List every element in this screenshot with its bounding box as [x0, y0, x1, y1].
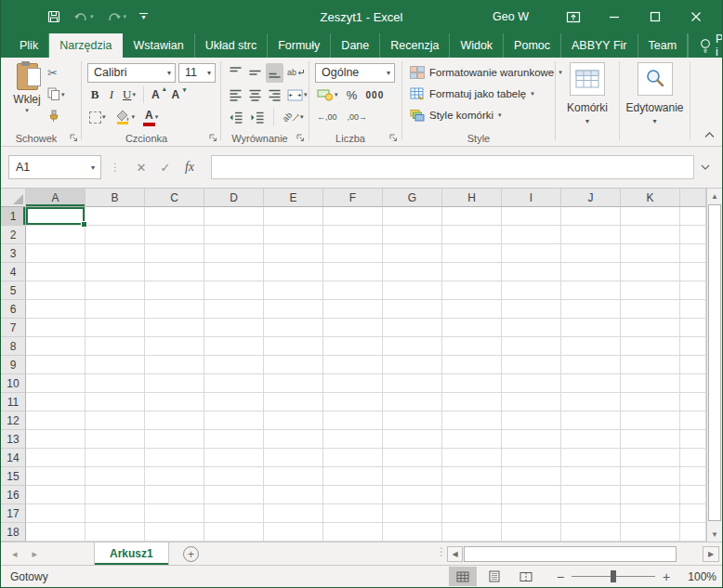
column-header-partial[interactable]	[680, 189, 706, 207]
scroll-up-arrow-icon[interactable]: ▲	[707, 189, 722, 203]
orientation-button[interactable]: ab ▾	[281, 108, 306, 127]
paste-button[interactable]: Wklej ▾	[8, 61, 46, 132]
cell-partial-16[interactable]	[680, 486, 706, 504]
cell-g7[interactable]	[383, 319, 442, 337]
collapse-ribbon-button[interactable]	[704, 128, 715, 141]
column-header-k[interactable]: K	[621, 189, 680, 207]
align-top-button[interactable]	[227, 63, 244, 83]
decrease-indent-button[interactable]	[227, 108, 245, 127]
cell-f13[interactable]	[323, 430, 383, 449]
undo-button[interactable]: ▾	[73, 11, 94, 23]
zoom-slider-thumb[interactable]	[611, 570, 616, 582]
clipboard-dialog-launcher[interactable]	[69, 133, 79, 143]
cell-g4[interactable]	[383, 263, 442, 281]
cell-partial-12[interactable]	[680, 412, 706, 430]
next-sheet-arrow-icon[interactable]: ▸	[33, 548, 38, 560]
cell-d18[interactable]	[204, 523, 264, 542]
cell-d14[interactable]	[204, 449, 264, 467]
comma-style-button[interactable]: 000	[364, 85, 387, 105]
column-header-a[interactable]: A	[26, 189, 85, 207]
cell-c2[interactable]	[145, 226, 204, 244]
column-header-e[interactable]: E	[264, 189, 323, 207]
cell-c12[interactable]	[145, 412, 204, 430]
cell-b4[interactable]	[85, 263, 145, 281]
cell-i6[interactable]	[502, 300, 561, 319]
horizontal-scrollbar-thumb[interactable]	[464, 546, 677, 562]
cell-k17[interactable]	[621, 504, 680, 523]
column-header-g[interactable]: G	[383, 189, 442, 207]
copy-button[interactable]: ▾	[46, 85, 77, 104]
cell-g15[interactable]	[383, 467, 442, 486]
scroll-down-arrow-icon[interactable]: ▼	[707, 527, 722, 542]
row-header-2[interactable]: 2	[1, 226, 26, 244]
tell-me-button[interactable]: Powiedz i	[688, 33, 723, 58]
increase-font-button[interactable]: A	[150, 85, 168, 105]
cell-i17[interactable]	[502, 504, 561, 523]
row-header-1[interactable]: 1	[1, 207, 26, 226]
cell-f7[interactable]	[323, 319, 383, 337]
cell-i11[interactable]	[502, 393, 561, 412]
cell-b15[interactable]	[85, 467, 145, 486]
cell-b16[interactable]	[85, 486, 145, 504]
cell-j1[interactable]	[561, 207, 621, 226]
row-header-18[interactable]: 18	[1, 523, 26, 542]
maximize-button[interactable]	[635, 0, 676, 33]
cell-partial-15[interactable]	[680, 467, 706, 486]
cell-i9[interactable]	[502, 356, 561, 374]
cell-b8[interactable]	[85, 337, 145, 356]
column-header-f[interactable]: F	[323, 189, 383, 207]
close-button[interactable]	[676, 0, 716, 33]
cell-k6[interactable]	[621, 300, 680, 319]
row-header-15[interactable]: 15	[1, 467, 26, 486]
row-header-12[interactable]: 12	[1, 412, 26, 430]
row-header-6[interactable]: 6	[1, 300, 26, 319]
cell-f12[interactable]	[323, 412, 383, 430]
cell-h8[interactable]	[442, 337, 502, 356]
cell-c4[interactable]	[145, 263, 204, 281]
cell-f18[interactable]	[323, 523, 383, 542]
row-header-14[interactable]: 14	[1, 449, 26, 467]
cell-e2[interactable]	[264, 226, 323, 244]
row-header-10[interactable]: 10	[1, 374, 26, 393]
tab-wstawianie[interactable]: Wstawian	[123, 33, 194, 58]
cell-b11[interactable]	[85, 393, 145, 412]
cell-j5[interactable]	[561, 281, 621, 300]
cell-h9[interactable]	[442, 356, 502, 374]
cell-k7[interactable]	[621, 319, 680, 337]
previous-sheet-arrow-icon[interactable]: ◂	[12, 548, 18, 560]
cell-k15[interactable]	[621, 467, 680, 486]
cell-k11[interactable]	[621, 393, 680, 412]
cell-partial-8[interactable]	[680, 337, 706, 356]
cell-e5[interactable]	[264, 281, 323, 300]
undo-dropdown-icon[interactable]: ▾	[90, 13, 94, 20]
cell-a12[interactable]	[26, 412, 85, 430]
cell-f15[interactable]	[323, 467, 383, 486]
cell-c7[interactable]	[145, 319, 204, 337]
cell-h13[interactable]	[442, 430, 502, 449]
vertical-scrollbar-thumb[interactable]	[708, 204, 721, 521]
cell-j11[interactable]	[561, 393, 621, 412]
cell-b12[interactable]	[85, 412, 145, 430]
cell-g5[interactable]	[383, 281, 442, 300]
cell-c16[interactable]	[145, 486, 204, 504]
cell-d16[interactable]	[204, 486, 264, 504]
cell-d8[interactable]	[204, 337, 264, 356]
column-header-i[interactable]: I	[502, 189, 561, 207]
tab-recenzja[interactable]: Recenzja	[380, 33, 450, 58]
cell-j3[interactable]	[561, 244, 621, 263]
row-header-5[interactable]: 5	[1, 281, 26, 300]
column-header-c[interactable]: C	[145, 189, 204, 207]
increase-indent-button[interactable]	[248, 108, 267, 127]
row-header-8[interactable]: 8	[1, 337, 26, 356]
cell-c3[interactable]	[145, 244, 204, 263]
cell-b6[interactable]	[85, 300, 145, 319]
cell-a3[interactable]	[26, 244, 85, 263]
cell-k2[interactable]	[621, 226, 680, 244]
cell-d13[interactable]	[204, 430, 264, 449]
cell-j10[interactable]	[561, 374, 621, 393]
cell-i10[interactable]	[502, 374, 561, 393]
user-name[interactable]: Geo W	[493, 10, 529, 23]
row-header-9[interactable]: 9	[1, 356, 26, 374]
cell-e3[interactable]	[264, 244, 323, 263]
cell-e10[interactable]	[264, 374, 323, 393]
